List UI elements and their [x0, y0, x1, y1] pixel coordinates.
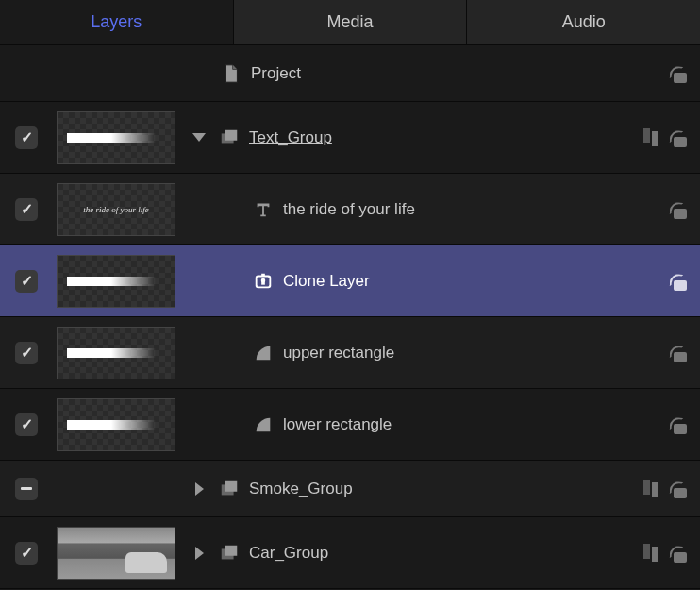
svg-rect-8: [225, 480, 237, 491]
tab-layers[interactable]: Layers: [0, 0, 234, 44]
tab-media[interactable]: Media: [234, 0, 468, 44]
project-label[interactable]: Project: [247, 64, 658, 83]
upper-rect-label[interactable]: upper rectangle: [279, 344, 658, 362]
svg-rect-4: [261, 273, 265, 276]
disclosure-triangle[interactable]: [192, 133, 206, 142]
clone-icon: [253, 271, 274, 292]
row-clone-layer[interactable]: Clone Layer: [0, 245, 700, 317]
clone-label[interactable]: Clone Layer: [279, 272, 658, 291]
visibility-checkbox[interactable]: [15, 478, 38, 500]
layer-thumbnail[interactable]: [57, 398, 175, 451]
row-car-group[interactable]: Car_Group: [0, 517, 700, 589]
svg-rect-1: [225, 129, 237, 140]
lower-rect-label[interactable]: lower rectangle: [279, 415, 658, 434]
disclosure-triangle[interactable]: [195, 547, 204, 560]
svg-rect-6: [261, 281, 265, 285]
visibility-checkbox[interactable]: [15, 126, 38, 149]
lock-icon[interactable]: [668, 480, 689, 498]
row-project[interactable]: Project: [0, 45, 700, 102]
row-smoke-group[interactable]: Smoke_Group: [0, 461, 700, 517]
disclosure-triangle[interactable]: [195, 482, 204, 496]
shape-icon: [253, 343, 274, 363]
isolate-icon[interactable]: [642, 480, 660, 498]
row-text-group[interactable]: Text_Group: [0, 102, 700, 174]
group-icon: [219, 543, 240, 564]
layer-thumbnail[interactable]: the ride of your life: [57, 183, 175, 236]
lock-icon[interactable]: [668, 200, 689, 219]
layer-thumbnail[interactable]: [57, 327, 175, 379]
lock-icon[interactable]: [668, 128, 689, 147]
document-icon: [221, 63, 242, 84]
text-group-label[interactable]: Text_Group: [245, 128, 632, 147]
shape-icon: [253, 414, 274, 435]
group-icon: [219, 127, 240, 148]
lock-icon[interactable]: [668, 64, 689, 83]
tab-bar: Layers Media Audio: [0, 0, 700, 45]
layer-thumbnail[interactable]: [57, 111, 175, 164]
row-upper-rectangle[interactable]: upper rectangle: [0, 317, 700, 389]
smoke-group-label[interactable]: Smoke_Group: [245, 480, 632, 498]
car-group-label[interactable]: Car_Group: [245, 544, 632, 563]
isolate-icon[interactable]: [642, 544, 660, 563]
visibility-checkbox[interactable]: [15, 270, 38, 293]
visibility-checkbox[interactable]: [15, 413, 38, 436]
layer-thumbnail[interactable]: [57, 527, 175, 580]
lock-icon[interactable]: [668, 544, 689, 563]
visibility-checkbox[interactable]: [15, 342, 38, 364]
svg-rect-10: [225, 545, 237, 555]
visibility-checkbox[interactable]: [15, 542, 38, 565]
visibility-checkbox[interactable]: [15, 198, 38, 221]
row-ride[interactable]: the ride of your life the ride of your l…: [0, 174, 700, 245]
row-lower-rectangle[interactable]: lower rectangle: [0, 389, 700, 461]
group-icon: [219, 479, 240, 499]
tab-audio[interactable]: Audio: [467, 0, 700, 44]
text-icon: [253, 199, 274, 220]
layer-thumbnail[interactable]: [57, 255, 175, 308]
ride-label[interactable]: the ride of your life: [279, 200, 658, 219]
lock-icon[interactable]: [668, 415, 689, 434]
isolate-icon[interactable]: [642, 128, 660, 147]
lock-icon[interactable]: [668, 344, 689, 362]
lock-icon[interactable]: [668, 272, 689, 291]
